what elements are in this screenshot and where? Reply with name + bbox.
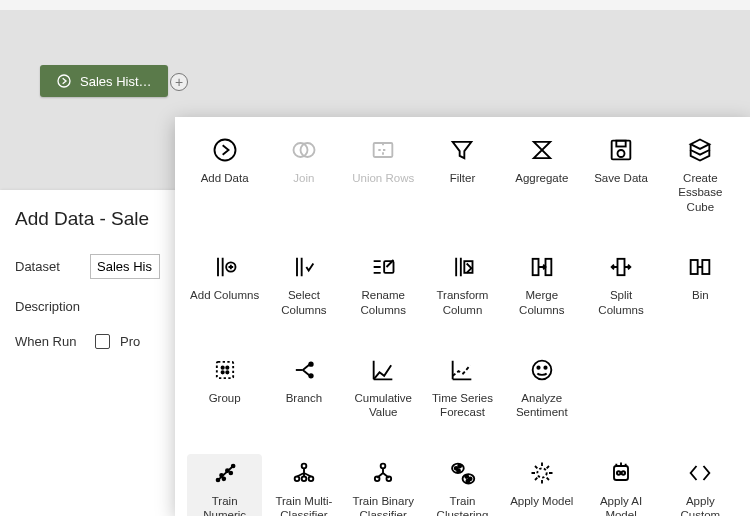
tool-train-bin[interactable]: Train Binary Classifier bbox=[346, 454, 421, 516]
top-strip bbox=[0, 0, 750, 10]
merge-cols-icon bbox=[527, 252, 557, 282]
tool-label: Train Multi-Classifier bbox=[269, 494, 339, 516]
tool-label: Rename Columns bbox=[348, 288, 418, 317]
tool-filter[interactable]: Filter bbox=[425, 131, 500, 218]
tool-label: Filter bbox=[450, 171, 476, 185]
add-step-button[interactable]: + bbox=[170, 73, 188, 91]
tool-label: Join bbox=[293, 171, 314, 185]
tool-bin[interactable]: Bin bbox=[663, 248, 738, 321]
tool-label: Merge Columns bbox=[507, 288, 577, 317]
add-data-icon bbox=[210, 135, 240, 165]
tool-essbase[interactable]: Create Essbase Cube bbox=[663, 131, 738, 218]
tool-train-num[interactable]: Train Numeric Prediction bbox=[187, 454, 262, 516]
tool-apply-ai[interactable]: Apply AI Model bbox=[583, 454, 658, 516]
svg-point-0 bbox=[58, 75, 70, 87]
apply-model-icon bbox=[527, 458, 557, 488]
tool-rename-cols[interactable]: Rename Columns bbox=[346, 248, 421, 321]
tool-group[interactable]: Group bbox=[187, 351, 262, 424]
svg-point-30 bbox=[229, 471, 232, 474]
tool-cumulative[interactable]: Cumulative Value bbox=[346, 351, 421, 424]
svg-point-35 bbox=[309, 476, 314, 481]
svg-point-44 bbox=[467, 479, 470, 482]
dataflow-node-sales-history[interactable]: Sales Hist… bbox=[40, 65, 168, 97]
tool-aggregate[interactable]: Aggregate bbox=[504, 131, 579, 218]
tool-label: Save Data bbox=[594, 171, 648, 185]
dataset-label: Dataset bbox=[15, 259, 80, 274]
train-bin-icon bbox=[368, 458, 398, 488]
add-cols-icon bbox=[210, 252, 240, 282]
svg-rect-16 bbox=[216, 362, 232, 378]
tool-sentiment[interactable]: Analyze Sentiment bbox=[504, 351, 579, 424]
tool-branch[interactable]: Branch bbox=[266, 351, 341, 424]
tool-label: Group bbox=[209, 391, 241, 405]
svg-point-1 bbox=[214, 140, 235, 161]
svg-rect-9 bbox=[384, 261, 393, 273]
tool-merge-cols[interactable]: Merge Columns bbox=[504, 248, 579, 321]
tool-label: Add Data bbox=[201, 171, 249, 185]
sentiment-icon bbox=[527, 355, 557, 385]
tool-label: Split Columns bbox=[586, 288, 656, 317]
svg-rect-6 bbox=[616, 141, 625, 147]
tool-label: Branch bbox=[286, 391, 322, 405]
description-row: Description bbox=[15, 299, 160, 314]
tool-split-cols[interactable]: Split Columns bbox=[583, 248, 658, 321]
tool-label: Train Numeric Prediction bbox=[190, 494, 260, 516]
whenrun-row: When Run Pro bbox=[15, 334, 160, 349]
filter-icon bbox=[447, 135, 477, 165]
tool-label: Bin bbox=[692, 288, 709, 302]
tool-train-clust[interactable]: Train Clustering bbox=[425, 454, 500, 516]
svg-point-32 bbox=[302, 463, 307, 468]
svg-point-18 bbox=[226, 366, 228, 368]
svg-rect-14 bbox=[691, 260, 698, 274]
split-cols-icon bbox=[606, 252, 636, 282]
tool-add-cols[interactable]: Add Columns bbox=[187, 248, 262, 321]
apply-script-icon bbox=[685, 458, 715, 488]
svg-point-41 bbox=[457, 469, 460, 472]
tool-label: Time Series Forecast bbox=[427, 391, 497, 420]
svg-point-47 bbox=[537, 468, 546, 477]
dataset-input[interactable] bbox=[90, 254, 160, 279]
tool-label: Aggregate bbox=[515, 171, 568, 185]
svg-point-33 bbox=[295, 476, 300, 481]
arrow-right-circle-icon bbox=[56, 73, 72, 89]
tool-label: Union Rows bbox=[352, 171, 414, 185]
svg-point-21 bbox=[309, 362, 313, 366]
join-icon bbox=[289, 135, 319, 165]
tool-train-multi[interactable]: Train Multi-Classifier bbox=[266, 454, 341, 516]
dataset-row: Dataset bbox=[15, 254, 160, 279]
svg-point-28 bbox=[222, 477, 225, 480]
tool-transform[interactable]: Transform Column bbox=[425, 248, 500, 321]
step-picker-popover: Add DataJoinUnion RowsFilterAggregateSav… bbox=[175, 117, 750, 516]
tool-label: Apply Custom Script bbox=[665, 494, 735, 516]
svg-point-24 bbox=[537, 366, 539, 368]
apply-ai-icon bbox=[606, 458, 636, 488]
svg-point-49 bbox=[617, 471, 621, 475]
svg-point-34 bbox=[302, 476, 307, 481]
svg-point-36 bbox=[381, 463, 386, 468]
select-cols-icon bbox=[289, 252, 319, 282]
tool-apply-model[interactable]: Apply Model bbox=[504, 454, 579, 516]
chip-label: Sales Hist… bbox=[80, 74, 152, 89]
tool-label: Train Clustering bbox=[427, 494, 497, 516]
transform-icon bbox=[447, 252, 477, 282]
svg-point-25 bbox=[544, 366, 546, 368]
panel-title: Add Data - Sale bbox=[15, 208, 160, 230]
whenrun-label: When Run bbox=[15, 334, 85, 349]
svg-point-20 bbox=[226, 371, 228, 373]
tool-apply-script[interactable]: Apply Custom Script bbox=[663, 454, 738, 516]
tool-label: Analyze Sentiment bbox=[507, 391, 577, 420]
tool-save-data[interactable]: Save Data bbox=[583, 131, 658, 218]
tool-add-data[interactable]: Add Data bbox=[187, 131, 262, 218]
tool-label: Apply Model bbox=[510, 494, 573, 508]
svg-point-23 bbox=[532, 361, 551, 380]
tool-timeseries[interactable]: Time Series Forecast bbox=[425, 351, 500, 424]
svg-rect-11 bbox=[532, 259, 538, 275]
timeseries-icon bbox=[447, 355, 477, 385]
tool-label: Apply AI Model bbox=[586, 494, 656, 516]
whenrun-checkbox[interactable] bbox=[95, 334, 110, 349]
cumulative-icon bbox=[368, 355, 398, 385]
train-num-icon bbox=[210, 458, 240, 488]
tool-label: Cumulative Value bbox=[348, 391, 418, 420]
tool-label: Create Essbase Cube bbox=[665, 171, 735, 214]
tool-select-cols[interactable]: Select Columns bbox=[266, 248, 341, 321]
